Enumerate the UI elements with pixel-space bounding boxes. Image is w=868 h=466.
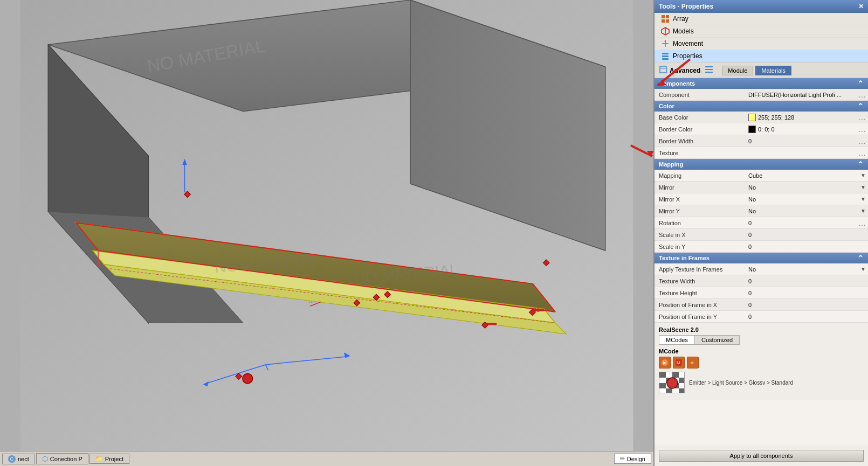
component-row: Component DIFFUSER(Horizontal Light Prof…: [655, 89, 868, 101]
connection-p-tab[interactable]: ⬡ Conection P: [36, 453, 88, 464]
svg-text:M: M: [677, 360, 680, 365]
tool-nav: Array Models Movement Properties: [655, 13, 868, 63]
tab-materials[interactable]: Materials: [755, 66, 791, 75]
tab-module[interactable]: Module: [722, 66, 753, 75]
pos-frame-y-row: Position of Frame in Y 0: [655, 311, 868, 323]
realscene-section: RealScene 2.0 MCodes Customized MCode ▶ …: [655, 323, 868, 400]
mirror-dropdown-arrow[interactable]: ▼: [860, 184, 866, 190]
mcode-label: MCode: [659, 348, 864, 354]
svg-rect-58: [679, 372, 685, 378]
tab-mcodes[interactable]: MCodes: [659, 336, 695, 344]
advanced-icon: [659, 65, 667, 75]
mcode-icon-3[interactable]: ⊕: [687, 357, 699, 368]
collapse-components-icon[interactable]: ⌃: [857, 79, 864, 88]
border-width-dots[interactable]: …: [858, 137, 866, 145]
plugin-icon: ⬡: [42, 455, 48, 463]
svg-rect-34: [662, 15, 665, 18]
mcode-icons: ▶ M ⊕: [659, 357, 864, 368]
svg-point-28: [243, 373, 253, 384]
svg-rect-43: [662, 58, 669, 60]
apply-all-components-button[interactable]: Apply to all components: [659, 450, 864, 462]
scale-y-row: Scale in Y 0: [655, 241, 868, 253]
design-tab[interactable]: ✏ Design: [614, 454, 651, 464]
array-icon: [661, 15, 670, 23]
svg-rect-35: [666, 15, 669, 18]
properties-content: Components ⌃ Component DIFFUSER(Horizont…: [655, 78, 868, 446]
pos-frame-x-row: Position of Frame in X 0: [655, 299, 868, 311]
svg-rect-67: [659, 388, 666, 393]
svg-rect-47: [705, 69, 713, 70]
texture-frames-section-header[interactable]: Texture in Frames ⌃: [655, 253, 868, 263]
texture-width-row: Texture Width 0: [655, 275, 868, 287]
mapping-dropdown-arrow[interactable]: ▼: [860, 172, 866, 178]
mirror-row: Mirror No ▼: [655, 182, 868, 193]
mirror-y-row: Mirror Y No ▼: [655, 205, 868, 217]
texture-row: Texture …: [655, 147, 868, 159]
emitter-chain-label: Emitter > Light Source > Glossv > Standa…: [689, 380, 793, 386]
border-color-swatch[interactable]: [748, 126, 756, 133]
rotation-dots[interactable]: …: [858, 219, 866, 227]
texture-dots[interactable]: …: [858, 149, 866, 157]
svg-rect-59: [659, 378, 666, 383]
mirror-x-row: Mirror X No ▼: [655, 193, 868, 205]
advanced-label: Advanced: [659, 65, 700, 75]
svg-rect-36: [662, 19, 665, 23]
border-color-dots[interactable]: …: [858, 125, 866, 134]
apply-texture-frames-row: Apply Texture in Frames No ▼: [655, 263, 868, 275]
svg-rect-63: [659, 383, 666, 388]
models-icon: [661, 27, 670, 36]
svg-rect-68: [666, 388, 672, 393]
collapse-mapping-icon[interactable]: ⌃: [857, 160, 864, 169]
base-color-row: Base Color 255; 255; 128 …: [655, 112, 868, 123]
svg-text:×: ×: [534, 305, 539, 315]
texture-height-row: Texture Height 0: [655, 287, 868, 299]
base-color-swatch[interactable]: [748, 114, 756, 121]
checker-preview: Emitter > Light Source > Glossv > Standa…: [659, 372, 864, 393]
viewport-bottom-bar: C nect ⬡ Conection P 📁 Project ✏ Design: [0, 451, 653, 466]
mirror-x-dropdown-arrow[interactable]: ▼: [860, 196, 866, 202]
project-tab[interactable]: 📁 Project: [89, 454, 129, 464]
svg-text:▶: ▶: [663, 360, 667, 365]
base-color-dots[interactable]: …: [858, 113, 866, 122]
collapse-texture-icon[interactable]: ⌃: [857, 254, 864, 262]
mcodes-tabs: MCodes Customized: [659, 335, 740, 345]
panel-title: Tools - Properties ✕: [655, 0, 868, 13]
svg-rect-55: [659, 372, 666, 378]
connect-icon: C: [8, 455, 16, 463]
svg-text:⊕: ⊕: [691, 361, 694, 365]
svg-rect-57: [672, 372, 679, 378]
svg-rect-56: [666, 372, 672, 378]
mcode-icon-1[interactable]: ▶: [659, 357, 671, 368]
components-section-header[interactable]: Components ⌃: [655, 78, 868, 89]
folder-icon: 📁: [95, 455, 103, 462]
mcode-icon-2[interactable]: M: [673, 357, 685, 368]
nav-models[interactable]: Models: [655, 25, 868, 38]
scale-x-row: Scale in X 0: [655, 229, 868, 241]
design-icon: ✏: [620, 455, 625, 462]
close-icon[interactable]: ✕: [858, 3, 864, 10]
tab-customized[interactable]: Customized: [695, 336, 739, 344]
collapse-color-icon[interactable]: ⌃: [857, 102, 864, 110]
3d-viewport[interactable]: NO MATERIAL NO MATERIAL NO MATERIAL: [0, 0, 653, 466]
apply-texture-dropdown-arrow[interactable]: ▼: [860, 266, 866, 272]
nav-properties[interactable]: Properties: [655, 50, 868, 62]
color-section-header[interactable]: Color ⌃: [655, 101, 868, 112]
properties-icon: [661, 52, 670, 60]
mapping-section-header[interactable]: Mapping ⌃: [655, 159, 868, 170]
svg-text:↔: ↔: [308, 299, 313, 305]
right-panel: Tools - Properties ✕ Array Models: [653, 0, 868, 466]
connect-tab[interactable]: C nect: [2, 454, 35, 464]
realscene-label: RealScene 2.0: [659, 326, 864, 333]
svg-point-71: [667, 378, 678, 388]
nav-array[interactable]: Array: [655, 13, 868, 25]
nav-movement[interactable]: Movement: [655, 38, 868, 50]
svg-rect-66: [679, 383, 685, 388]
component-menu-dots[interactable]: …: [858, 91, 866, 99]
rotation-row: Rotation 0 …: [655, 217, 868, 229]
svg-rect-42: [662, 55, 669, 57]
border-width-row: Border Width 0 …: [655, 135, 868, 147]
svg-rect-70: [679, 388, 685, 393]
advanced-bar: Advanced Module Materials: [655, 63, 868, 78]
mirror-y-dropdown-arrow[interactable]: ▼: [860, 208, 866, 214]
svg-rect-62: [679, 378, 685, 383]
